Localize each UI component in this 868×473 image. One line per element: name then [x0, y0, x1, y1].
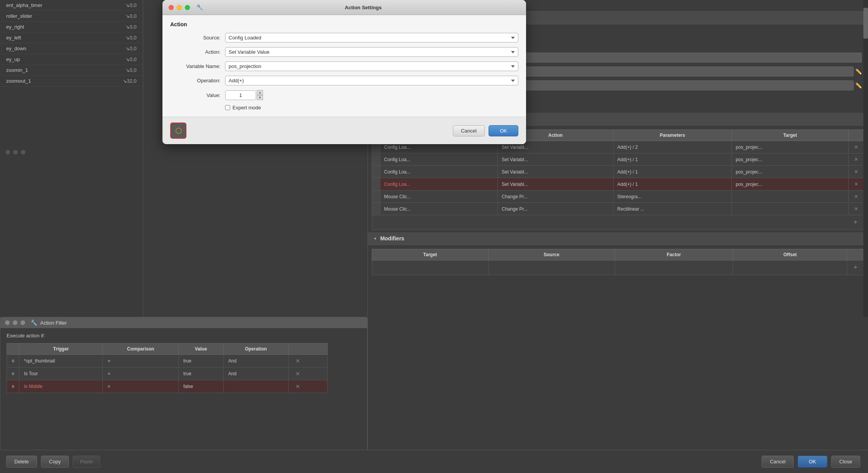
traffic-light-red[interactable] — [169, 5, 174, 10]
filter-table-row: ≡ Is Mobile = false ✕ — [7, 380, 328, 393]
value-input[interactable] — [225, 90, 256, 100]
filter-delete-button[interactable]: ✕ — [293, 357, 302, 365]
list-item[interactable]: ey_down↘0,0 — [0, 43, 143, 54]
list-item[interactable]: ey_up↘0,0 — [0, 54, 143, 65]
item-value: ↘0,0 — [125, 24, 137, 30]
filter-comparison: = — [103, 355, 179, 368]
actions-table-row: Mouse Clic... Change Pr... Rectilinear .… — [372, 203, 864, 215]
modifiers-empty-row: + — [372, 260, 864, 275]
action-field: Action: Set Variable Value — [170, 47, 518, 57]
actions-parameters: Add(+) / 2 — [613, 141, 731, 153]
filter-delete: ✕ — [289, 380, 328, 393]
actions-parameters: Stereogra... — [613, 191, 731, 203]
actions-source: Mouse Clic... — [380, 203, 498, 215]
dialog-cancel-button[interactable]: Cancel — [453, 125, 485, 136]
actions-row-handle[interactable] — [372, 203, 380, 215]
delete-button[interactable]: Delete — [6, 456, 37, 468]
variable-name-label: Variable Name: — [170, 63, 220, 69]
actions-row-handle[interactable] — [372, 191, 380, 203]
modifiers-add-button[interactable]: + — [851, 263, 860, 272]
item-value: ↘32,0 — [123, 78, 137, 84]
actions-source: Mouse Clic... — [380, 191, 498, 203]
action-select[interactable]: Set Variable Value — [225, 47, 518, 57]
traffic-light-yellow[interactable] — [177, 5, 182, 10]
bottom-cancel-button[interactable]: Cancel — [762, 456, 793, 468]
actions-table-row: Mouse Clic... Change Pr... Stereogra... … — [372, 191, 864, 203]
row-handle[interactable]: ≡ — [7, 368, 19, 380]
actions-delete: ✕ — [849, 203, 864, 215]
variable-name-select[interactable]: pos_projection — [225, 61, 518, 71]
list-item[interactable]: roller_slider↘0,0 — [0, 11, 143, 22]
dot2 — [13, 320, 17, 325]
operation-select[interactable]: Add(+) — [225, 76, 518, 85]
actions-delete-button[interactable]: ✕ — [853, 205, 860, 213]
list-item[interactable]: ey_right↘0,0 — [0, 22, 143, 32]
value-field: Value: ▲ ▼ — [170, 90, 518, 100]
list-item[interactable]: zoomout_1↘32,0 — [0, 76, 143, 87]
filter-table-row: ≡ Is Tour = true And ✕ — [7, 368, 328, 380]
filter-operation: And — [223, 355, 288, 368]
expert-mode-checkbox[interactable] — [225, 105, 230, 110]
variable-name-field: Variable Name: pos_projection — [170, 61, 518, 71]
filter-table: Trigger Comparison Value Operation ≡ *op… — [7, 343, 328, 393]
actions-row-handle[interactable] — [372, 178, 380, 191]
filter-delete-button[interactable]: ✕ — [293, 370, 302, 378]
share-icon-button[interactable]: ⬡ — [170, 123, 186, 139]
actions-target: pos_projec... — [732, 178, 849, 191]
css-styles-edit-icon[interactable]: ✏️ — [855, 82, 862, 88]
item-name: zoomin_1 — [6, 67, 28, 73]
actions-delete-button[interactable]: ✕ — [853, 193, 860, 200]
value-label: Value: — [170, 92, 220, 98]
scrollbar-thumb — [863, 8, 868, 39]
actions-delete: ✕ — [849, 153, 864, 166]
bottom-ok-button[interactable]: OK — [798, 456, 827, 468]
actions-delete-button[interactable]: ✕ — [853, 143, 860, 151]
filter-delete: ✕ — [289, 368, 328, 380]
dialog-ok-button[interactable]: OK — [489, 125, 518, 136]
dialog-icon: 🔧 — [196, 4, 203, 11]
spin-up[interactable]: ▲ — [257, 90, 263, 95]
actions-parameters: Add(+) / 1 — [613, 178, 731, 191]
source-field: Source: Config Loaded — [170, 33, 518, 43]
actions-action: Set Variabl... — [498, 178, 613, 191]
css-classes-edit-icon[interactable]: ✏️ — [855, 68, 862, 75]
actions-target — [732, 203, 849, 215]
actions-parameters: Add(+) / 1 — [613, 153, 731, 166]
traffic-light-green[interactable] — [185, 5, 190, 10]
modifiers-th-factor: Factor — [615, 249, 733, 260]
modifiers-section-header[interactable]: ▼ Modifiers — [368, 232, 868, 245]
list-item[interactable]: ent_alpha_timer↘0,0 — [0, 0, 143, 11]
actions-delete: ✕ — [849, 166, 864, 178]
list-item[interactable]: zoomin_1↘0,0 — [0, 65, 143, 76]
col-trigger — [7, 344, 19, 355]
filter-delete-button[interactable]: ✕ — [293, 383, 302, 390]
actions-action: Set Variabl... — [498, 166, 613, 178]
item-value: ↘0,0 — [125, 56, 137, 62]
col-operation: Operation — [223, 344, 288, 355]
actions-add-button[interactable]: + — [851, 218, 860, 227]
actions-delete-button[interactable]: ✕ — [853, 168, 860, 175]
list-item[interactable]: ey_left↘0,0 — [0, 32, 143, 43]
item-name: ey_down — [6, 46, 26, 51]
dot3 — [21, 320, 25, 325]
bottom-close-button[interactable]: Close — [831, 456, 860, 468]
right-scrollbar[interactable] — [863, 0, 868, 317]
copy-button[interactable]: Copy — [41, 456, 69, 468]
actions-delete-button[interactable]: ✕ — [853, 156, 860, 163]
item-name: roller_slider — [6, 13, 32, 19]
actions-target: pos_projec... — [732, 141, 849, 153]
execute-label: Execute action if: — [7, 333, 361, 339]
actions-delete-button[interactable]: ✕ — [853, 180, 860, 188]
actions-row-handle[interactable] — [372, 166, 380, 178]
row-handle[interactable]: ≡ — [7, 380, 19, 393]
item-name: ey_up — [6, 56, 20, 62]
item-value: ↘0,0 — [125, 35, 137, 41]
row-handle[interactable]: ≡ — [7, 355, 19, 368]
spin-down[interactable]: ▼ — [257, 95, 263, 100]
source-select[interactable]: Config Loaded — [225, 33, 518, 43]
modifiers-title: Modifiers — [380, 235, 404, 242]
bottom-bar-right: Cancel OK Close — [367, 450, 868, 473]
filter-trigger: Is Mobile — [19, 380, 103, 393]
actions-action: Change Pr... — [498, 203, 613, 215]
expert-mode-label: Expert mode — [232, 105, 261, 111]
